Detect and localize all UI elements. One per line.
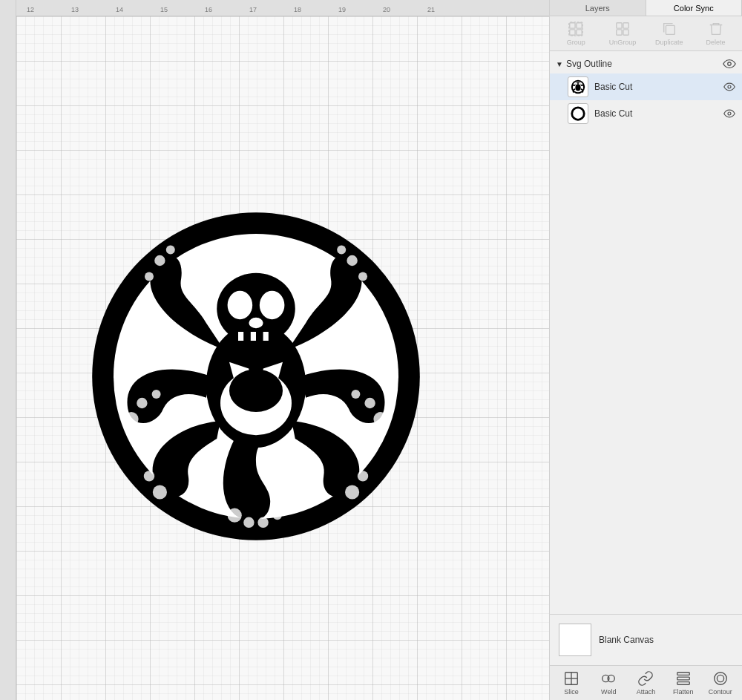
ruler-top: 12 13 14 15 16 17 18 19 20 21 <box>0 0 549 16</box>
svg-rect-62 <box>677 677 689 680</box>
svg-point-21 <box>364 397 375 408</box>
layers-panel: ▼ Svg Outline <box>550 51 742 336</box>
panel-tabs: Layers Color Sync <box>550 0 742 16</box>
svg-point-54 <box>572 108 585 120</box>
svg-rect-10 <box>263 332 269 341</box>
svg-point-30 <box>243 517 254 527</box>
svg-rect-39 <box>577 30 582 35</box>
svg-point-5 <box>260 290 285 318</box>
layer-group-header[interactable]: ▼ Svg Outline <box>550 54 742 73</box>
svg-rect-40 <box>569 22 582 36</box>
ruler-left <box>0 0 16 700</box>
svg-point-4 <box>228 290 253 318</box>
group-visibility-toggle[interactable] <box>723 57 736 71</box>
slice-button[interactable]: Slice <box>557 670 585 696</box>
layer-thumbnail-2 <box>568 103 588 124</box>
svg-rect-43 <box>617 30 622 35</box>
canvas-area: 12 13 14 15 16 17 18 19 20 21 <box>0 0 549 700</box>
svg-point-13 <box>145 272 154 281</box>
svg-point-55 <box>728 112 731 115</box>
svg-point-18 <box>137 397 147 408</box>
svg-point-16 <box>358 272 367 281</box>
ungroup-button[interactable]: UnGroup <box>607 21 638 46</box>
svg-point-26 <box>345 485 359 499</box>
svg-point-14 <box>347 255 357 265</box>
svg-point-23 <box>153 485 167 499</box>
svg-point-17 <box>124 412 138 426</box>
blank-canvas-thumbnail <box>559 624 591 656</box>
flatten-button[interactable]: Flatten <box>669 670 697 696</box>
svg-rect-61 <box>677 673 689 676</box>
svg-rect-36 <box>570 23 575 28</box>
svg-point-52 <box>579 83 580 85</box>
svg-rect-42 <box>623 23 628 28</box>
panel-spacer <box>550 336 742 614</box>
svg-rect-9 <box>251 332 256 341</box>
svg-point-11 <box>154 255 165 265</box>
layer-2-visibility-toggle[interactable] <box>723 107 736 120</box>
layer-thumbnail-1 <box>568 76 588 97</box>
svg-point-46 <box>728 62 732 66</box>
bottom-toolbar: Slice Weld Attach Flatten <box>550 665 742 700</box>
weld-button[interactable]: Weld <box>594 670 623 696</box>
collapse-arrow-icon: ▼ <box>556 60 563 68</box>
grid-canvas <box>16 16 549 700</box>
svg-point-19 <box>152 390 161 399</box>
layer-item-2[interactable]: Basic Cut <box>550 100 742 127</box>
svg-rect-38 <box>570 30 575 35</box>
blank-canvas-section: Blank Canvas <box>550 614 742 665</box>
svg-rect-63 <box>677 682 689 685</box>
attach-button[interactable]: Attach <box>631 670 660 696</box>
svg-point-28 <box>362 454 371 462</box>
contour-button[interactable]: Contour <box>706 670 735 696</box>
blank-canvas-item[interactable]: Blank Canvas <box>556 621 736 659</box>
svg-rect-44 <box>623 30 628 35</box>
duplicate-button[interactable]: Duplicate <box>654 21 685 46</box>
svg-point-51 <box>576 83 577 85</box>
svg-rect-45 <box>666 25 674 34</box>
svg-rect-37 <box>577 23 582 28</box>
svg-point-22 <box>351 390 360 399</box>
svg-point-32 <box>273 511 282 520</box>
svg-rect-41 <box>617 23 622 28</box>
svg-point-25 <box>141 454 150 462</box>
svg-point-6 <box>249 317 263 327</box>
hydra-image <box>78 198 434 555</box>
delete-button[interactable]: Delete <box>700 21 732 46</box>
svg-point-12 <box>166 245 175 254</box>
svg-point-31 <box>257 517 268 527</box>
svg-point-27 <box>358 471 368 481</box>
layer-1-visibility-toggle[interactable] <box>723 80 736 94</box>
svg-point-20 <box>373 412 387 426</box>
svg-point-29 <box>228 508 242 522</box>
panel-toolbar: Group UnGroup Duplicate Delete <box>550 16 742 51</box>
tab-color-sync[interactable]: Color Sync <box>646 0 743 16</box>
tab-layers[interactable]: Layers <box>550 0 646 16</box>
svg-point-35 <box>229 369 283 412</box>
right-panel: Layers Color Sync Group UnGroup <box>549 0 742 700</box>
svg-point-15 <box>337 245 346 254</box>
svg-rect-8 <box>238 332 243 341</box>
group-button[interactable]: Group <box>560 21 591 46</box>
svg-point-24 <box>144 471 154 481</box>
layer-item-1[interactable]: Basic Cut <box>550 73 742 100</box>
svg-point-53 <box>728 85 731 88</box>
